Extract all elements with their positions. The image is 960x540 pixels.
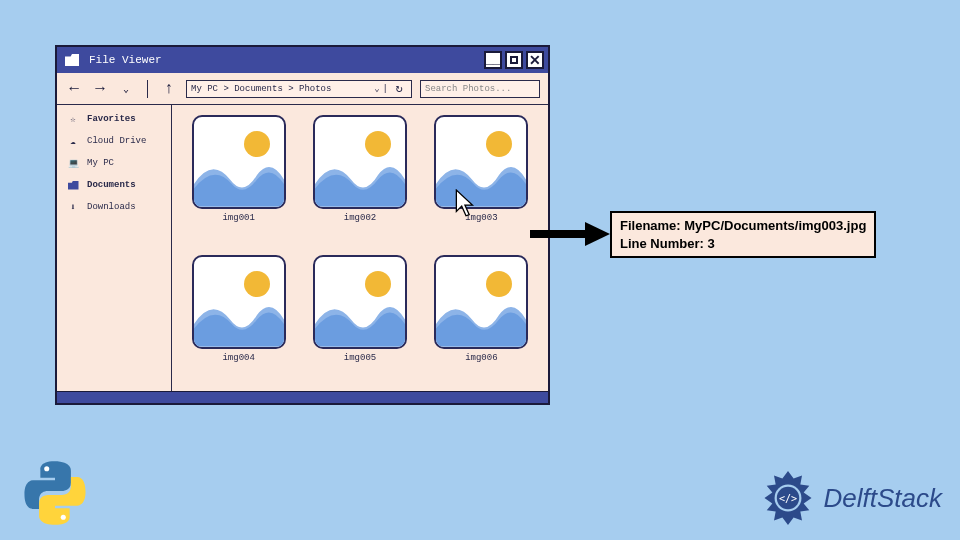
search-input[interactable]: Search Photos... (420, 80, 540, 98)
path-text: My PC > Documents > Photos (191, 84, 331, 94)
file-name: img005 (344, 353, 376, 363)
sidebar-item-label: Cloud Drive (87, 136, 146, 146)
refresh-button[interactable]: ↻ (391, 81, 407, 96)
sidebar-item-mypc[interactable]: 💻 My PC (67, 157, 161, 169)
statusbar (57, 391, 548, 403)
cursor-icon (455, 189, 477, 219)
sidebar-item-downloads[interactable]: ⬇ Downloads (67, 201, 161, 213)
python-logo (20, 458, 90, 528)
image-thumbnail (434, 255, 528, 349)
info-callout: Filename: MyPC/Documents/img003.jpg Line… (610, 211, 876, 258)
download-icon: ⬇ (67, 201, 79, 213)
sidebar-item-label: Downloads (87, 202, 136, 212)
titlebar: File Viewer __ ✕ (57, 47, 548, 73)
path-field[interactable]: My PC > Documents > Photos ⌄ | ↻ (186, 80, 412, 98)
maximize-button[interactable] (505, 51, 523, 69)
sidebar-item-cloud[interactable]: ☁ Cloud Drive (67, 135, 161, 147)
folder-icon (65, 54, 79, 66)
chevron-down-icon[interactable]: ⌄ (374, 83, 379, 94)
file-tile[interactable]: img005 (307, 255, 412, 387)
svg-rect-0 (530, 230, 590, 238)
sidebar-item-favorites[interactable]: ☆ Favorites (67, 113, 161, 125)
file-name: img002 (344, 213, 376, 223)
file-viewer-window: File Viewer __ ✕ ← → ⌄ ↑ My PC > Documen… (55, 45, 550, 405)
file-tile[interactable]: img004 (186, 255, 291, 387)
image-thumbnail (434, 115, 528, 209)
image-thumbnail (313, 255, 407, 349)
delftstack-logo-icon: </> (760, 470, 816, 526)
back-button[interactable]: ← (65, 80, 83, 98)
arrow-icon (530, 222, 610, 246)
sidebar: ☆ Favorites ☁ Cloud Drive 💻 My PC Docume… (57, 105, 172, 391)
up-button[interactable]: ↑ (160, 80, 178, 98)
svg-text:</>: </> (778, 493, 796, 504)
close-button[interactable]: ✕ (526, 51, 544, 69)
callout-filename: Filename: MyPC/Documents/img003.jpg (620, 217, 866, 235)
star-icon: ☆ (67, 113, 79, 125)
minimize-button[interactable]: __ (484, 51, 502, 69)
file-tile[interactable]: img002 (307, 115, 412, 247)
image-thumbnail (192, 255, 286, 349)
sidebar-item-label: Documents (87, 180, 136, 190)
toolbar: ← → ⌄ ↑ My PC > Documents > Photos ⌄ | ↻… (57, 73, 548, 105)
search-placeholder: Search Photos... (425, 84, 511, 94)
image-thumbnail (313, 115, 407, 209)
svg-point-1 (44, 466, 49, 471)
delftstack-brand: </> DelftStack (760, 470, 943, 526)
callout-linenumber: Line Number: 3 (620, 235, 866, 253)
file-grid: img001 img002 img003 (172, 105, 548, 391)
cloud-icon: ☁ (67, 135, 79, 147)
sidebar-item-label: My PC (87, 158, 114, 168)
file-name: img006 (465, 353, 497, 363)
history-dropdown[interactable]: ⌄ (117, 83, 135, 95)
file-tile[interactable]: img003 (429, 115, 534, 247)
folder-icon (67, 179, 79, 191)
window-title: File Viewer (89, 54, 162, 66)
brand-text: DelftStack (824, 483, 943, 514)
file-tile[interactable]: img006 (429, 255, 534, 387)
file-name: img001 (222, 213, 254, 223)
file-tile[interactable]: img001 (186, 115, 291, 247)
sidebar-item-label: Favorites (87, 114, 136, 124)
file-name: img004 (222, 353, 254, 363)
forward-button[interactable]: → (91, 80, 109, 98)
divider (147, 80, 148, 98)
laptop-icon: 💻 (67, 157, 79, 169)
image-thumbnail (192, 115, 286, 209)
svg-point-2 (61, 515, 66, 520)
sidebar-item-documents[interactable]: Documents (67, 179, 161, 191)
